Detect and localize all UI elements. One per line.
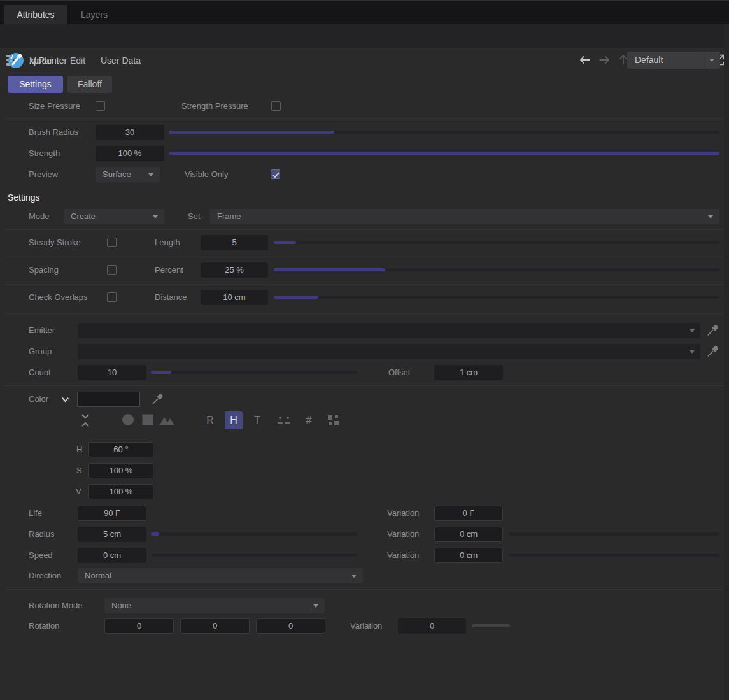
steady-stroke-label: Steady Stroke xyxy=(29,235,81,250)
divider xyxy=(5,257,724,257)
settings-tab-button[interactable]: Settings xyxy=(8,76,63,93)
menu-edit[interactable]: Edit xyxy=(70,54,85,68)
strength-label: Strength xyxy=(29,146,60,161)
speed-field[interactable]: 0 cm xyxy=(78,548,146,563)
strength-pressure-checkbox[interactable] xyxy=(271,101,281,111)
forward-arrow-icon[interactable] xyxy=(597,53,611,67)
length-slider[interactable] xyxy=(274,241,719,244)
object-title: xpPainter xyxy=(29,54,67,67)
length-field[interactable]: 5 xyxy=(201,235,268,250)
life-field[interactable]: 90 F xyxy=(78,506,146,521)
emitter-link-field[interactable] xyxy=(78,323,700,338)
color-tab-temperature[interactable]: T xyxy=(248,411,266,429)
slider-fill xyxy=(169,152,719,155)
color-tab-hsv[interactable]: H xyxy=(225,411,243,429)
tab-layers[interactable]: Layers xyxy=(67,5,121,25)
count-field[interactable]: 10 xyxy=(78,365,146,380)
color-label: Color xyxy=(29,392,48,407)
brush-radius-slider[interactable] xyxy=(169,131,719,134)
spacing-checkbox[interactable] xyxy=(107,265,117,275)
hue-label: H xyxy=(76,442,82,457)
direction-value: Normal xyxy=(85,568,111,583)
percent-label: Percent xyxy=(155,262,183,278)
brush-radius-field[interactable]: 30 xyxy=(96,125,164,140)
rotation-y-field[interactable]: 0 xyxy=(180,618,250,634)
color-hex-icon[interactable]: # xyxy=(300,411,318,429)
color-tab-rgb[interactable]: R xyxy=(201,411,219,429)
settings-heading: Settings xyxy=(8,191,40,204)
rotation-x-field[interactable]: 0 xyxy=(104,618,174,634)
color-eyedropper-icon[interactable] xyxy=(150,392,164,408)
strength-field[interactable]: 100 % xyxy=(96,146,164,161)
hue-field[interactable]: 60 ° xyxy=(88,442,153,457)
color-expand-chevron-icon[interactable] xyxy=(60,395,70,406)
mode-value: Create xyxy=(71,209,96,224)
divider xyxy=(5,118,724,119)
preview-label: Preview xyxy=(29,167,58,182)
count-slider[interactable] xyxy=(151,371,357,374)
back-arrow-icon[interactable] xyxy=(578,53,592,67)
count-label: Count xyxy=(29,365,51,380)
attribute-manager-panel: Attributes Layers Mode Edit User Data xyxy=(0,0,729,700)
distance-label: Distance xyxy=(155,290,187,305)
tab-attributes[interactable]: Attributes xyxy=(4,5,67,25)
emitter-eyedropper-icon[interactable] xyxy=(705,324,719,339)
collapse-vertical-icon[interactable] xyxy=(79,413,92,430)
group-eyedropper-icon[interactable] xyxy=(705,345,719,361)
menu-bar: Mode Edit User Data xyxy=(0,24,729,48)
menu-user-data[interactable]: User Data xyxy=(101,54,141,68)
steady-stroke-checkbox[interactable] xyxy=(107,238,117,247)
divider xyxy=(5,284,724,285)
preset-value: Default xyxy=(635,52,663,69)
color-mixer-icon[interactable] xyxy=(274,411,294,431)
panel-right-gutter xyxy=(724,24,729,700)
slider-fill xyxy=(151,532,159,536)
life-label: Life xyxy=(29,506,42,521)
check-overlaps-checkbox[interactable] xyxy=(107,292,117,302)
distance-field[interactable]: 10 cm xyxy=(201,290,268,305)
value-field[interactable]: 100 % xyxy=(88,484,153,499)
radius-field[interactable]: 5 cm xyxy=(78,527,146,542)
color-spectrum-icon[interactable] xyxy=(159,413,176,429)
color-wheel-icon[interactable] xyxy=(121,413,135,429)
preview-dropdown[interactable]: Surface xyxy=(96,167,160,182)
check-overlaps-label: Check Overlaps xyxy=(29,290,87,305)
set-dropdown[interactable]: Frame xyxy=(210,209,719,224)
direction-label: Direction xyxy=(29,568,61,583)
preset-dropdown-arrow[interactable] xyxy=(704,52,720,69)
group-link-field[interactable] xyxy=(78,344,700,359)
distance-slider[interactable] xyxy=(274,296,719,299)
strength-slider[interactable] xyxy=(169,152,719,155)
color-swatches-icon[interactable] xyxy=(324,411,343,431)
size-pressure-checkbox[interactable] xyxy=(96,101,105,111)
brush-radius-label: Brush Radius xyxy=(29,125,78,140)
falloff-tab-button[interactable]: Falloff xyxy=(67,76,112,93)
color-swatch[interactable] xyxy=(77,392,140,407)
rotation-mode-value: None xyxy=(111,598,131,613)
rotation-z-field[interactable]: 0 xyxy=(256,618,325,634)
saturation-field[interactable]: 100 % xyxy=(88,463,153,478)
radius-variation-field[interactable]: 0 cm xyxy=(434,527,503,542)
slider-fill xyxy=(274,268,385,271)
offset-field[interactable]: 1 cm xyxy=(434,365,503,380)
visible-only-checkbox[interactable] xyxy=(271,169,280,179)
rotation-variation-slider[interactable] xyxy=(472,624,510,627)
percent-slider[interactable] xyxy=(274,268,719,271)
life-variation-field[interactable]: 0 F xyxy=(434,506,503,521)
speed-variation-field[interactable]: 0 cm xyxy=(434,548,503,563)
size-pressure-label: Size Pressure xyxy=(29,99,80,114)
percent-field[interactable]: 25 % xyxy=(201,262,268,278)
slider-fill xyxy=(274,241,296,244)
speed-slider[interactable] xyxy=(151,554,357,557)
radius-slider[interactable] xyxy=(151,532,357,536)
direction-dropdown[interactable]: Normal xyxy=(78,568,363,583)
rotation-mode-dropdown[interactable]: None xyxy=(104,598,325,613)
preset-dropdown[interactable]: Default xyxy=(627,52,720,69)
rotation-variation-field[interactable]: 0 xyxy=(398,618,466,634)
speed-variation-slider[interactable] xyxy=(509,554,719,557)
life-variation-label: Variation xyxy=(387,506,419,521)
color-square-icon[interactable] xyxy=(141,413,155,429)
mode-dropdown[interactable]: Create xyxy=(64,209,164,224)
mode-label: Mode xyxy=(29,209,50,224)
radius-variation-slider[interactable] xyxy=(509,532,719,536)
